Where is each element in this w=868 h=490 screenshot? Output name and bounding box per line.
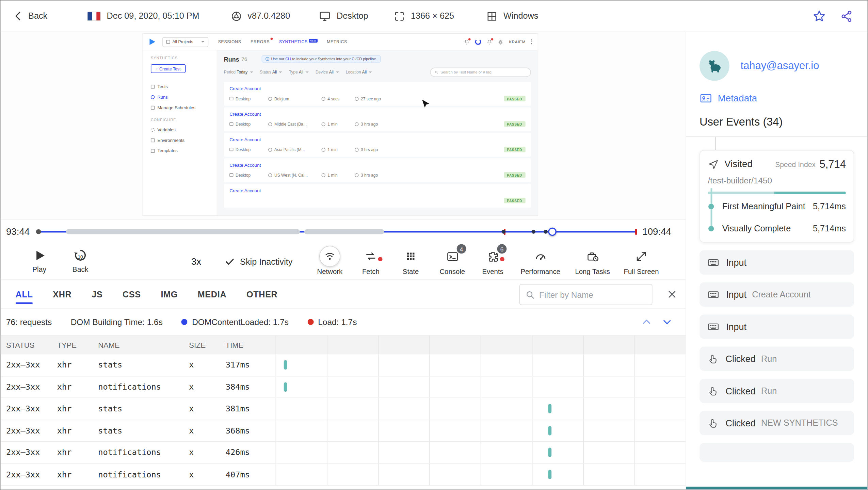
request-timing-bar <box>284 382 287 392</box>
clock-icon <box>321 122 325 126</box>
cli-info-banner: i Use our CLI to include your Synthetics… <box>262 55 381 63</box>
time-tick-labels <box>275 336 686 354</box>
timeline-track[interactable] <box>38 220 637 244</box>
network-tabs: ALLXHRJSCSSIMGMEDIAOTHER <box>16 285 278 304</box>
full-screen-icon <box>631 246 652 267</box>
metric-dot <box>708 226 714 231</box>
skip-inactivity-toggle[interactable]: Skip Inactivity <box>224 244 292 280</box>
request-status: 2xx–3xx <box>6 361 57 370</box>
network-filter-input[interactable] <box>539 290 646 299</box>
play-button[interactable]: Play <box>24 247 55 274</box>
metadata-button[interactable]: Metadata <box>700 92 854 104</box>
monitor-icon <box>229 122 233 126</box>
replayed-app-header-actions: KRAIEM <box>464 39 532 45</box>
network-filter-tab[interactable]: IMG <box>161 285 178 304</box>
location-pin-icon <box>268 97 272 100</box>
total-time: 109:44 <box>642 226 671 238</box>
animal-avatar-icon <box>700 51 729 81</box>
france-flag-icon <box>87 11 101 21</box>
tab-errors: ERRORS <box>251 39 270 45</box>
clock-icon <box>355 148 358 151</box>
synthetics-run-row: Create Account Desktop Belgium 4 secs 27… <box>224 82 531 106</box>
synthetics-run-row: Create Account Desktop US West (N. Cal..… <box>224 158 531 182</box>
network-request-row[interactable]: 2xx–3xx xhr notifications x 426ms <box>1 442 686 463</box>
top-bar: Back Dec 09, 2020, 05:10 PM v87.0.4280 D… <box>1 1 868 32</box>
jump-next-button[interactable] <box>662 317 672 327</box>
network-filter-tab[interactable]: CSS <box>123 285 141 304</box>
synthetics-run-row: Create Account Desktop Middle East (Ba..… <box>224 108 531 131</box>
user-email-link[interactable]: tahay@asayer.io <box>740 60 819 72</box>
network-filter-tab[interactable]: XHR <box>53 285 71 304</box>
network-request-row[interactable]: 2xx–3xx xhr notifications x 407ms <box>1 464 686 486</box>
visited-event-card[interactable]: Visited Speed Index 5,714 /test-builder/… <box>700 150 854 243</box>
network-filter-tab[interactable]: JS <box>92 285 102 304</box>
session-date-group: Dec 09, 2020, 05:10 PM <box>87 11 199 21</box>
user-event-card[interactable]: Input Create Account <box>700 282 854 307</box>
network-filter-tab[interactable]: ALL <box>16 285 33 304</box>
performance-gauge-icon <box>530 246 551 267</box>
project-selector: All Projects <box>162 37 208 47</box>
clock-icon <box>355 173 358 177</box>
sidebar-item-tests: Tests <box>151 84 209 89</box>
request-type: xhr <box>57 382 98 391</box>
asayer-logo-icon <box>148 38 157 46</box>
network-request-row[interactable]: 2xx–3xx xhr notifications x 384ms <box>1 376 686 398</box>
favorite-star-button[interactable] <box>813 10 826 23</box>
user-event-card[interactable]: Clicked NEW SYNTHETICS <box>700 411 854 435</box>
jump-previous-button[interactable] <box>641 317 652 327</box>
chevron-down-icon <box>201 41 204 43</box>
replayed-app-nav: SESSIONS ERRORS SYNTHETICSNEW METRICS <box>218 39 347 45</box>
replay-viewport[interactable]: All Projects SESSIONS ERRORS SYNTHETICSN… <box>1 32 686 219</box>
id-card-icon <box>700 92 712 104</box>
event-marker[interactable] <box>532 230 535 233</box>
request-type: xhr <box>57 361 98 370</box>
network-filter-box[interactable] <box>519 284 653 305</box>
network-request-row[interactable]: 2xx–3xx xhr stats x 381ms <box>1 398 686 420</box>
filter-dropdown: Type All <box>289 70 309 75</box>
user-event-card[interactable]: Clicked Run <box>700 379 854 403</box>
location-pin-icon <box>268 122 272 126</box>
tab-sessions: SESSIONS <box>218 39 241 45</box>
event-marker[interactable] <box>544 230 547 233</box>
panel-button-performance[interactable]: Performance <box>516 246 565 276</box>
divider <box>686 136 867 137</box>
back-10s-button[interactable]: 10 Back <box>65 247 96 274</box>
issue-marker[interactable] <box>635 229 637 235</box>
column-type: TYPE <box>57 341 98 349</box>
user-event-card-partial[interactable] <box>700 443 854 462</box>
tab-synthetics: SYNTHETICSNEW <box>279 39 318 45</box>
network-request-row[interactable]: 2xx–3xx xhr stats x 368ms <box>1 420 686 442</box>
timeline-playhead[interactable] <box>548 228 556 236</box>
status-badge: PASSED <box>504 198 526 203</box>
share-icon <box>840 10 853 22</box>
run-name-link: Create Account <box>229 111 261 117</box>
share-button[interactable] <box>840 10 853 22</box>
panel-button-events[interactable]: 6 Events <box>468 246 517 276</box>
user-event-card[interactable]: Input <box>700 314 854 339</box>
network-filter-tab[interactable]: OTHER <box>246 285 278 304</box>
metric-dot <box>708 204 714 209</box>
chevron-down-icon <box>279 71 283 73</box>
player-timeline-row: 93:44 109:44 <box>1 219 686 244</box>
panel-button-full-screen[interactable]: Full Screen <box>617 246 665 276</box>
sidebar-item-environments: Environments <box>151 138 209 143</box>
close-panel-button[interactable] <box>666 289 678 300</box>
event-marker[interactable] <box>502 230 505 233</box>
back-button[interactable]: Back <box>13 11 47 22</box>
monitor-icon <box>229 97 233 100</box>
performance-metrics: First Meaningful Paint 5,714ms Visually … <box>708 195 846 240</box>
console-icon: 4 <box>442 246 463 267</box>
settings-gear-icon <box>498 39 503 45</box>
calendar-icon <box>151 106 155 110</box>
speed-selector[interactable]: 3x <box>191 244 201 280</box>
pointer-hand-icon <box>707 353 719 364</box>
user-event-card[interactable]: Clicked Run <box>700 347 854 371</box>
chrome-browser-icon <box>230 10 242 22</box>
network-request-row[interactable]: 2xx–3xx xhr stats x 317ms <box>1 354 686 376</box>
network-filter-tab[interactable]: MEDIA <box>198 285 227 304</box>
user-event-card[interactable]: Input <box>700 250 854 275</box>
network-panel: ALLXHRJSCSSIMGMEDIAOTHER 76: requests DO… <box>1 280 686 490</box>
request-size: x <box>189 426 225 435</box>
events-count-badge: 6 <box>497 244 507 254</box>
panel-button-long-tasks[interactable]: Long Tasks <box>568 246 617 276</box>
